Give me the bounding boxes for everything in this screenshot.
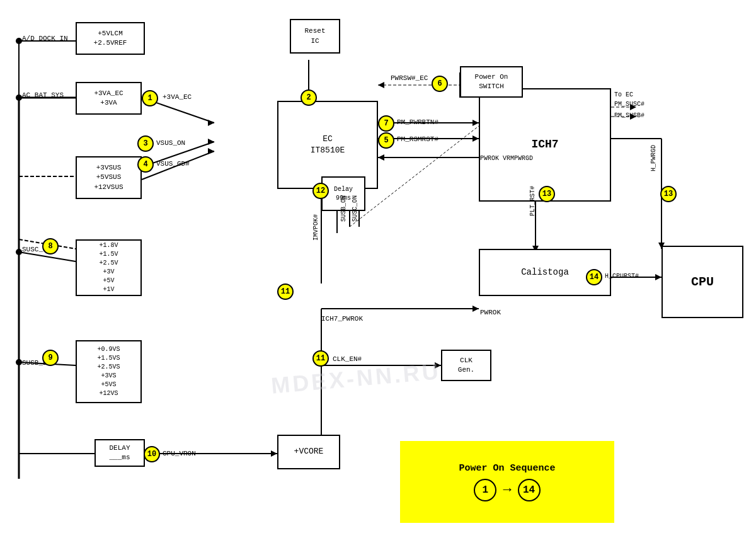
pm-rsmrst-label: PM_RSMRST#: [397, 135, 438, 143]
signal-vsus-on: VSUS_ON: [156, 139, 185, 147]
badge-12: 12: [312, 183, 329, 199]
clk-gen-box: CLK Gen.: [441, 350, 491, 381]
pm-susb-label: PM_SUSB#: [614, 112, 644, 119]
badge-9: 9: [42, 350, 59, 366]
vs-box: +0.9VS +1.5VS +2.5VS +3VS +5VS +12VS: [76, 340, 142, 403]
power-seq-title: Power On Sequence: [459, 463, 555, 474]
cpu-vron-label: CPU_VRON: [163, 450, 196, 457]
pwrsw-ec-label: PWRSW#_EC: [391, 74, 428, 82]
badge-14: 14: [586, 269, 602, 285]
ad-dock-in-label: A/D_DOCK_IN: [22, 35, 68, 42]
calistoga-label: Calistoga: [521, 266, 569, 279]
badge-2: 2: [301, 89, 317, 106]
badge-10: 10: [144, 446, 160, 462]
ec-label: EC IT8510E: [311, 134, 345, 156]
imvpok-label: IMVPOK#: [312, 214, 319, 241]
badge-5: 5: [378, 132, 394, 149]
badge-1: 1: [142, 90, 158, 106]
svg-point-3: [16, 359, 22, 365]
svg-marker-25: [472, 135, 479, 142]
pm-pwrbtn-label: PM_PWRBTN#: [397, 118, 438, 126]
v3va-box: +3VA_EC +3VA: [76, 82, 142, 115]
svg-point-52: [16, 38, 22, 44]
power-seq-row: 1 → 14: [474, 479, 540, 501]
susc-on-label: SUSC_ON: [352, 195, 358, 222]
clk-gen-label: CLK Gen.: [458, 356, 474, 375]
v3va-label: +3VA_EC +3VA: [94, 89, 123, 108]
delay-box: DELAY ___ms: [94, 439, 145, 467]
reset-ic-label: Reset IC: [304, 26, 325, 46]
badge-11b: 11: [277, 283, 294, 300]
ich7-box: ICH7: [479, 88, 611, 202]
svg-marker-41: [472, 306, 479, 312]
pwrok2-label: PWROK: [480, 309, 501, 316]
svg-marker-23: [472, 120, 479, 126]
badge-8: 8: [42, 238, 59, 255]
h-cpurst-label: H_CPURST#: [605, 273, 639, 280]
svg-marker-21: [378, 82, 384, 88]
power-seq-start: 1: [474, 479, 496, 501]
pm-susc-label: PM_SUSC#: [614, 101, 644, 108]
cpu-box: CPU: [662, 246, 743, 318]
v18-box: +1.8V +1.5V +2.5V +3V +5V +1V: [76, 239, 142, 296]
clk-en-label: CLK_EN#: [333, 355, 362, 363]
badge-7: 7: [378, 115, 394, 132]
badge-13a: 13: [539, 186, 555, 202]
vlcm-vref-box: +5VLCM +2.5VREF: [76, 22, 145, 55]
delay-label: DELAY ___ms: [109, 444, 130, 463]
vsus-box: +3VSUS +5VSUS +12VSUS: [76, 156, 142, 199]
v18-label: +1.8V +1.5V +2.5V +3V +5V +1V: [99, 241, 118, 294]
badge-4: 4: [137, 156, 154, 173]
power-seq-arrow: →: [503, 482, 511, 498]
svg-marker-12: [208, 148, 214, 154]
svg-point-2: [16, 249, 22, 255]
badge-13b: 13: [660, 186, 677, 202]
watermark: MDEX-NN.RU: [270, 358, 442, 399]
vlcm-vref-label: +5VLCM +2.5VREF: [94, 29, 127, 49]
vs-label: +0.9VS +1.5VS +2.5VS +3VS +5VS +12VS: [97, 345, 120, 398]
ac-bat-sys-label: AC_BAT_SYS: [22, 91, 64, 99]
power-switch-label: Power On SWITCH: [475, 72, 508, 92]
reset-ic-box: Reset IC: [290, 19, 340, 54]
svg-point-1: [16, 94, 22, 101]
power-seq-box: Power On Sequence 1 → 14: [400, 441, 614, 523]
power-seq-end: 14: [518, 479, 541, 501]
power-switch-box: Power On SWITCH: [460, 66, 523, 98]
svg-marker-43: [435, 362, 441, 369]
svg-marker-7: [208, 120, 214, 126]
to-ec-label: To EC: [614, 91, 633, 98]
h-pwrgd-label: H_PWRGD: [650, 145, 657, 171]
ich7-pwrok-label: ICH7_PWROK: [321, 315, 363, 323]
badge-6: 6: [432, 76, 448, 92]
plt-rst-label: PLT_RST#: [529, 186, 536, 216]
signal-vsus-gd: VSUS_GD#: [156, 160, 190, 168]
badge-11a: 11: [312, 350, 329, 367]
svg-marker-10: [208, 139, 214, 145]
signal-3va-ec: +3VA_EC: [163, 93, 192, 101]
svg-marker-27: [378, 154, 384, 161]
ich7-label: ICH7: [531, 137, 558, 152]
ec-box: EC IT8510E: [277, 101, 378, 189]
cpu-label: CPU: [691, 273, 714, 291]
pwrok-vrmpwrgd-label: PWROK VRMPWRGD: [480, 155, 533, 162]
susb-on-label: SUSB_ON: [340, 195, 347, 222]
svg-marker-45: [271, 450, 277, 457]
vcore-box: +VCORE: [277, 435, 340, 469]
vsus-label: +3VSUS +5VSUS +12VSUS: [94, 163, 123, 192]
svg-marker-39: [655, 274, 662, 280]
badge-3: 3: [137, 135, 154, 152]
vcore-label: +VCORE: [294, 446, 324, 457]
